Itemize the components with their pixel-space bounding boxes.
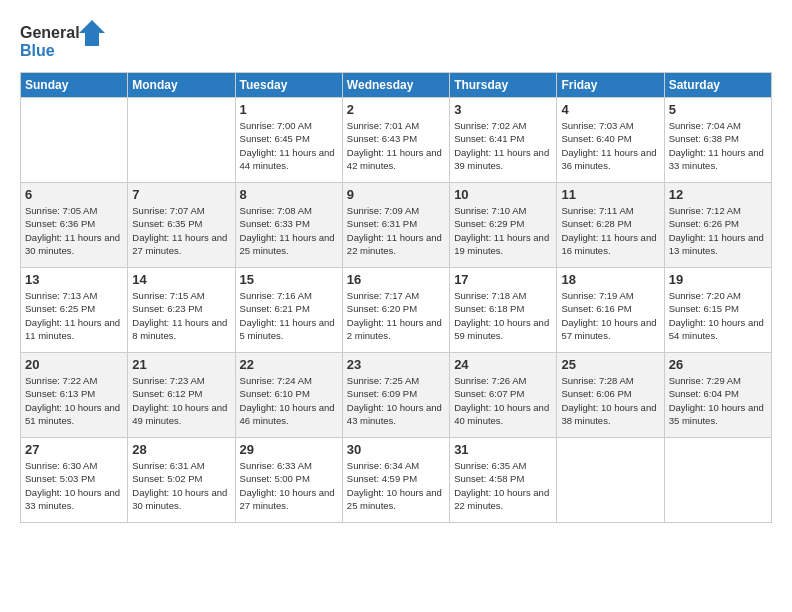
calendar-cell: 16 Sunrise: 7:17 AMSunset: 6:20 PMDaylig… <box>342 268 449 353</box>
page-header: General Blue <box>20 20 772 62</box>
cell-info: Sunrise: 7:07 AMSunset: 6:35 PMDaylight:… <box>132 204 230 257</box>
calendar-body: 1 Sunrise: 7:00 AMSunset: 6:45 PMDayligh… <box>21 98 772 523</box>
cell-info: Sunrise: 6:34 AMSunset: 4:59 PMDaylight:… <box>347 459 445 512</box>
cell-info: Sunrise: 7:15 AMSunset: 6:23 PMDaylight:… <box>132 289 230 342</box>
day-number: 22 <box>240 357 338 372</box>
calendar-cell: 4 Sunrise: 7:03 AMSunset: 6:40 PMDayligh… <box>557 98 664 183</box>
day-number: 30 <box>347 442 445 457</box>
day-number: 19 <box>669 272 767 287</box>
calendar-cell <box>128 98 235 183</box>
day-number: 28 <box>132 442 230 457</box>
calendar-header-row: SundayMondayTuesdayWednesdayThursdayFrid… <box>21 73 772 98</box>
cell-info: Sunrise: 7:18 AMSunset: 6:18 PMDaylight:… <box>454 289 552 342</box>
day-number: 14 <box>132 272 230 287</box>
calendar-cell <box>557 438 664 523</box>
day-number: 2 <box>347 102 445 117</box>
calendar-cell: 27 Sunrise: 6:30 AMSunset: 5:03 PMDaylig… <box>21 438 128 523</box>
cell-info: Sunrise: 6:33 AMSunset: 5:00 PMDaylight:… <box>240 459 338 512</box>
calendar-cell: 21 Sunrise: 7:23 AMSunset: 6:12 PMDaylig… <box>128 353 235 438</box>
calendar-cell: 13 Sunrise: 7:13 AMSunset: 6:25 PMDaylig… <box>21 268 128 353</box>
calendar-cell: 18 Sunrise: 7:19 AMSunset: 6:16 PMDaylig… <box>557 268 664 353</box>
svg-marker-2 <box>79 20 105 46</box>
calendar-week-row: 6 Sunrise: 7:05 AMSunset: 6:36 PMDayligh… <box>21 183 772 268</box>
day-header: Friday <box>557 73 664 98</box>
calendar-cell: 24 Sunrise: 7:26 AMSunset: 6:07 PMDaylig… <box>450 353 557 438</box>
cell-info: Sunrise: 7:25 AMSunset: 6:09 PMDaylight:… <box>347 374 445 427</box>
cell-info: Sunrise: 7:02 AMSunset: 6:41 PMDaylight:… <box>454 119 552 172</box>
cell-info: Sunrise: 7:16 AMSunset: 6:21 PMDaylight:… <box>240 289 338 342</box>
calendar-cell: 11 Sunrise: 7:11 AMSunset: 6:28 PMDaylig… <box>557 183 664 268</box>
day-number: 16 <box>347 272 445 287</box>
calendar-cell: 10 Sunrise: 7:10 AMSunset: 6:29 PMDaylig… <box>450 183 557 268</box>
calendar-cell: 26 Sunrise: 7:29 AMSunset: 6:04 PMDaylig… <box>664 353 771 438</box>
day-number: 6 <box>25 187 123 202</box>
cell-info: Sunrise: 7:12 AMSunset: 6:26 PMDaylight:… <box>669 204 767 257</box>
cell-info: Sunrise: 6:35 AMSunset: 4:58 PMDaylight:… <box>454 459 552 512</box>
day-number: 27 <box>25 442 123 457</box>
logo-svg: General Blue <box>20 20 110 62</box>
day-number: 31 <box>454 442 552 457</box>
cell-info: Sunrise: 7:29 AMSunset: 6:04 PMDaylight:… <box>669 374 767 427</box>
cell-info: Sunrise: 7:19 AMSunset: 6:16 PMDaylight:… <box>561 289 659 342</box>
svg-text:General: General <box>20 24 80 41</box>
day-number: 29 <box>240 442 338 457</box>
day-header: Wednesday <box>342 73 449 98</box>
calendar-cell <box>664 438 771 523</box>
cell-info: Sunrise: 7:09 AMSunset: 6:31 PMDaylight:… <box>347 204 445 257</box>
calendar-cell: 30 Sunrise: 6:34 AMSunset: 4:59 PMDaylig… <box>342 438 449 523</box>
day-number: 15 <box>240 272 338 287</box>
day-number: 9 <box>347 187 445 202</box>
day-number: 24 <box>454 357 552 372</box>
cell-info: Sunrise: 6:30 AMSunset: 5:03 PMDaylight:… <box>25 459 123 512</box>
day-header: Sunday <box>21 73 128 98</box>
cell-info: Sunrise: 7:17 AMSunset: 6:20 PMDaylight:… <box>347 289 445 342</box>
cell-info: Sunrise: 7:26 AMSunset: 6:07 PMDaylight:… <box>454 374 552 427</box>
calendar-cell: 9 Sunrise: 7:09 AMSunset: 6:31 PMDayligh… <box>342 183 449 268</box>
day-number: 8 <box>240 187 338 202</box>
calendar-cell: 25 Sunrise: 7:28 AMSunset: 6:06 PMDaylig… <box>557 353 664 438</box>
cell-info: Sunrise: 7:01 AMSunset: 6:43 PMDaylight:… <box>347 119 445 172</box>
day-header: Saturday <box>664 73 771 98</box>
day-number: 20 <box>25 357 123 372</box>
day-header: Thursday <box>450 73 557 98</box>
calendar-cell: 6 Sunrise: 7:05 AMSunset: 6:36 PMDayligh… <box>21 183 128 268</box>
calendar-cell: 14 Sunrise: 7:15 AMSunset: 6:23 PMDaylig… <box>128 268 235 353</box>
day-number: 13 <box>25 272 123 287</box>
calendar-table: SundayMondayTuesdayWednesdayThursdayFrid… <box>20 72 772 523</box>
calendar-week-row: 1 Sunrise: 7:00 AMSunset: 6:45 PMDayligh… <box>21 98 772 183</box>
calendar-week-row: 13 Sunrise: 7:13 AMSunset: 6:25 PMDaylig… <box>21 268 772 353</box>
day-number: 1 <box>240 102 338 117</box>
calendar-cell: 31 Sunrise: 6:35 AMSunset: 4:58 PMDaylig… <box>450 438 557 523</box>
cell-info: Sunrise: 7:04 AMSunset: 6:38 PMDaylight:… <box>669 119 767 172</box>
day-number: 12 <box>669 187 767 202</box>
day-number: 23 <box>347 357 445 372</box>
cell-info: Sunrise: 7:28 AMSunset: 6:06 PMDaylight:… <box>561 374 659 427</box>
day-number: 5 <box>669 102 767 117</box>
cell-info: Sunrise: 7:05 AMSunset: 6:36 PMDaylight:… <box>25 204 123 257</box>
day-number: 25 <box>561 357 659 372</box>
day-number: 18 <box>561 272 659 287</box>
calendar-cell <box>21 98 128 183</box>
calendar-cell: 22 Sunrise: 7:24 AMSunset: 6:10 PMDaylig… <box>235 353 342 438</box>
cell-info: Sunrise: 7:08 AMSunset: 6:33 PMDaylight:… <box>240 204 338 257</box>
calendar-cell: 1 Sunrise: 7:00 AMSunset: 6:45 PMDayligh… <box>235 98 342 183</box>
calendar-cell: 29 Sunrise: 6:33 AMSunset: 5:00 PMDaylig… <box>235 438 342 523</box>
day-number: 10 <box>454 187 552 202</box>
day-number: 3 <box>454 102 552 117</box>
calendar-cell: 3 Sunrise: 7:02 AMSunset: 6:41 PMDayligh… <box>450 98 557 183</box>
cell-info: Sunrise: 7:10 AMSunset: 6:29 PMDaylight:… <box>454 204 552 257</box>
cell-info: Sunrise: 7:03 AMSunset: 6:40 PMDaylight:… <box>561 119 659 172</box>
calendar-cell: 12 Sunrise: 7:12 AMSunset: 6:26 PMDaylig… <box>664 183 771 268</box>
calendar-cell: 7 Sunrise: 7:07 AMSunset: 6:35 PMDayligh… <box>128 183 235 268</box>
calendar-cell: 5 Sunrise: 7:04 AMSunset: 6:38 PMDayligh… <box>664 98 771 183</box>
calendar-cell: 8 Sunrise: 7:08 AMSunset: 6:33 PMDayligh… <box>235 183 342 268</box>
day-number: 17 <box>454 272 552 287</box>
cell-info: Sunrise: 7:00 AMSunset: 6:45 PMDaylight:… <box>240 119 338 172</box>
logo: General Blue <box>20 20 110 62</box>
cell-info: Sunrise: 7:11 AMSunset: 6:28 PMDaylight:… <box>561 204 659 257</box>
calendar-cell: 19 Sunrise: 7:20 AMSunset: 6:15 PMDaylig… <box>664 268 771 353</box>
calendar-cell: 2 Sunrise: 7:01 AMSunset: 6:43 PMDayligh… <box>342 98 449 183</box>
cell-info: Sunrise: 7:13 AMSunset: 6:25 PMDaylight:… <box>25 289 123 342</box>
day-number: 4 <box>561 102 659 117</box>
cell-info: Sunrise: 7:22 AMSunset: 6:13 PMDaylight:… <box>25 374 123 427</box>
